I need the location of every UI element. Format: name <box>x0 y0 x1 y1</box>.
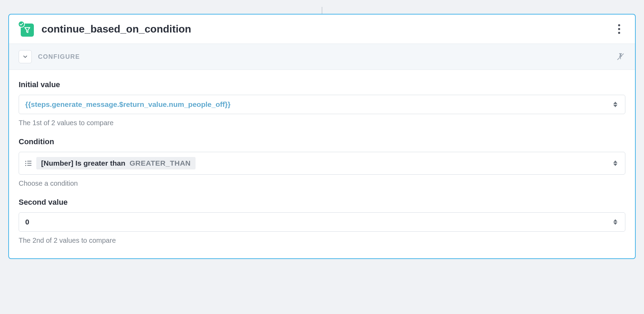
initial-value-content: {{steps.generate_message.$return_value.n… <box>25 100 612 109</box>
collapse-toggle-button[interactable] <box>19 50 32 63</box>
step-title[interactable]: continue_based_on_condition <box>41 23 605 35</box>
select-caret-icon <box>612 160 619 166</box>
svg-marker-2 <box>613 102 617 104</box>
initial-value-help: The 1st of 2 values to compare <box>19 119 625 127</box>
condition-input[interactable]: [Number] Is greater than GREATER_THAN <box>19 152 625 175</box>
step-icon <box>19 21 34 37</box>
field-initial-value: Initial value {{steps.generate_message.$… <box>19 80 625 127</box>
check-badge-icon <box>18 21 25 28</box>
configure-label: CONFIGURE <box>38 53 609 61</box>
svg-marker-4 <box>613 160 617 163</box>
more-options-button[interactable] <box>613 23 625 35</box>
second-value-label: Second value <box>19 198 625 207</box>
second-value-help: The 2nd of 2 values to compare <box>19 237 625 244</box>
condition-help: Choose a condition <box>19 179 625 187</box>
pin-button[interactable] <box>616 52 625 62</box>
field-second-value: Second value 0 The 2nd of 2 values to co… <box>19 198 625 244</box>
svg-marker-3 <box>613 105 617 107</box>
svg-marker-7 <box>613 222 617 225</box>
svg-marker-6 <box>613 219 617 222</box>
card-header: continue_based_on_condition <box>9 15 635 44</box>
condition-chip-primary: [Number] Is greater than <box>41 159 125 167</box>
unpin-icon <box>616 53 625 61</box>
list-icon <box>25 161 31 166</box>
initial-value-label: Initial value <box>19 80 625 89</box>
second-value-input[interactable]: 0 <box>19 212 625 232</box>
form-body: Initial value {{steps.generate_message.$… <box>9 70 635 258</box>
kebab-dot-icon <box>618 32 620 34</box>
field-condition: Condition [Number] Is greater than GREAT… <box>19 137 625 187</box>
svg-marker-0 <box>25 28 30 33</box>
condition-label: Condition <box>19 137 625 146</box>
kebab-dot-icon <box>618 28 620 30</box>
workflow-connector-line <box>322 7 322 14</box>
configure-bar: CONFIGURE <box>9 44 635 70</box>
condition-content: [Number] Is greater than GREATER_THAN <box>25 157 612 169</box>
step-card: continue_based_on_condition CONFIGURE In… <box>8 14 636 259</box>
condition-chip-secondary: GREATER_THAN <box>130 159 191 167</box>
kebab-dot-icon <box>618 24 620 26</box>
select-caret-icon <box>612 102 619 107</box>
second-value-content: 0 <box>25 218 612 226</box>
chevron-down-icon <box>22 54 28 60</box>
select-caret-icon <box>612 219 619 225</box>
condition-chip: [Number] Is greater than GREATER_THAN <box>36 157 196 169</box>
initial-value-input[interactable]: {{steps.generate_message.$return_value.n… <box>19 95 625 114</box>
svg-marker-5 <box>613 164 617 166</box>
